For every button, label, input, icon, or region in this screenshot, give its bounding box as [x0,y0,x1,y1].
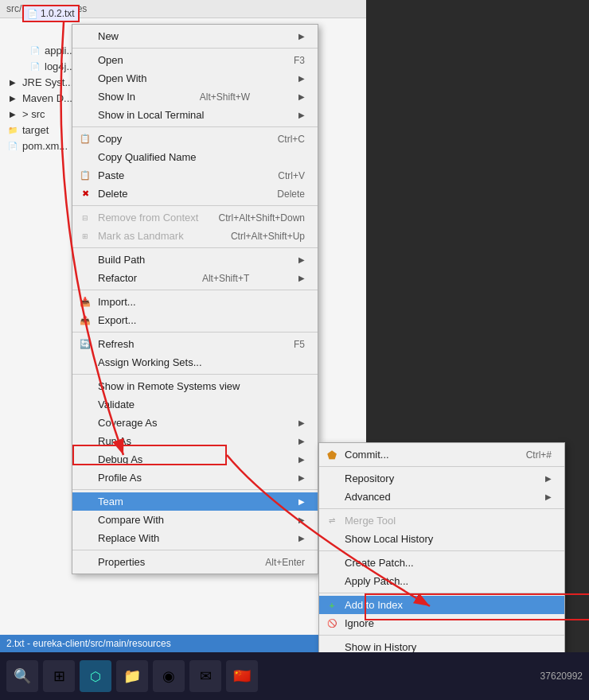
menu-item-mark-landmark: ⊞ Mark as Landmark Ctrl+Alt+Shift+Up [72,227,318,245]
team-menu-ignore[interactable]: 🚫 Ignore [319,614,564,632]
context-menu[interactable]: New ▶ Open F3 Open With ▶ Show In Alt+Sh… [72,24,318,574]
menu-item-paste[interactable]: 📋 Paste Ctrl+V [72,166,318,185]
menu-separator [72,48,318,49]
taskbar-mail-btn[interactable]: ✉ [189,660,221,692]
folder-icon: 📁 [6,123,19,136]
menu-item-show-remote[interactable]: Show in Remote Systems view [72,377,318,395]
taskbar-chrome-btn[interactable]: ◉ [153,660,185,692]
submenu-arrow: ▶ [298,74,305,83]
submenu-arrow: ▶ [298,455,305,464]
taskbar: 🔍 ⊞ ⬡ 📁 ◉ ✉ 🇨🇳 37620992 [0,652,589,700]
submenu-arrow: ▶ [545,474,552,483]
submenu-arrow: ▶ [298,92,305,101]
folder-icon: ▶ [6,91,19,104]
submenu-arrow: ▶ [298,274,305,282]
taskbar-search-btn[interactable]: 🔍 [6,660,38,692]
menu-separator [319,466,564,467]
menu-item-delete[interactable]: ✖ Delete Delete [72,185,318,203]
submenu-arrow: ▶ [298,32,305,41]
team-menu-show-local-history[interactable]: Show Local History [319,530,564,548]
menu-item-team[interactable]: Team ▶ [72,492,318,511]
menu-item-open[interactable]: Open F3 [72,51,318,69]
taskbar-explorer-btn[interactable]: 📁 [116,660,148,692]
refresh-icon: 🔄 [79,338,92,351]
menu-separator [319,635,564,636]
chrome-icon: ◉ [162,667,175,685]
menu-separator [72,489,318,490]
menu-separator [72,332,318,332]
file-icon: 📄 [29,44,41,56]
submenu-arrow: ▶ [298,534,305,542]
team-menu-merge-tool: ⇌ Merge Tool [319,511,564,530]
menu-item-open-with[interactable]: Open With ▶ [72,69,318,88]
team-menu-add-to-index[interactable]: + Add to Index [319,596,564,614]
merge-icon: ⇌ [326,515,338,527]
menu-separator [72,374,318,375]
ignore-icon: 🚫 [326,617,338,630]
menu-item-copy[interactable]: 📋 Copy Ctrl+C [72,130,318,148]
plus-icon: + [326,599,338,612]
menu-item-show-local-terminal[interactable]: Show in Local Terminal ▶ [72,106,318,124]
file-icon: 📄 [29,60,41,72]
menu-item-import[interactable]: 📥 Import... [72,293,318,311]
menu-item-refresh[interactable]: 🔄 Refresh F5 [72,335,318,353]
remove-icon: ⊟ [79,212,92,224]
delete-icon: ✖ [79,188,92,200]
menu-item-new[interactable]: New ▶ [72,27,318,45]
taskbar-windows-btn[interactable]: ⊞ [43,660,75,692]
submenu-arrow: ▶ [298,437,305,445]
taskbar-clock: 37620992 [540,671,583,682]
china-icon: 🇨🇳 [233,667,251,685]
folder-icon: ▶ [6,76,19,88]
menu-separator [72,126,318,127]
menu-item-build-path[interactable]: Build Path ▶ [72,251,318,269]
taskbar-china-btn[interactable]: 🇨🇳 [226,660,258,692]
menu-item-remove-context: ⊟ Remove from Context Ctrl+Alt+Shift+Dow… [72,208,318,227]
submenu-arrow: ▶ [298,255,305,264]
menu-item-compare-with[interactable]: Compare With ▶ [72,511,318,529]
taskbar-edge-btn[interactable]: ⬡ [80,660,111,692]
team-menu-apply-patch[interactable]: Apply Patch... [319,572,564,590]
paste-icon: 📋 [79,169,92,182]
menu-item-replace-with[interactable]: Replace With ▶ [72,529,318,547]
menu-item-export[interactable]: 📤 Export... [72,311,318,329]
highlighted-file[interactable]: 📄 1.0.2.txt [22,5,80,22]
folder-icon: ▶ [6,107,19,120]
team-menu-commit[interactable]: ⬟ Commit... Ctrl+# [319,445,564,464]
folder-icon: 📁 [123,667,141,685]
export-icon: 📤 [79,314,92,327]
status-bar: 2.txt - eureka-client/src/main/resources [0,635,366,652]
submenu-arrow: ▶ [298,473,305,482]
menu-item-coverage-as[interactable]: Coverage As ▶ [72,414,318,432]
menu-item-show-in[interactable]: Show In Alt+Shift+W ▶ [72,88,318,106]
team-menu-create-patch[interactable]: Create Patch... [319,554,564,572]
menu-item-refactor[interactable]: Refactor Alt+Shift+T ▶ [72,269,318,287]
menu-separator [72,550,318,550]
menu-item-assign-working[interactable]: Assign Working Sets... [72,353,318,371]
file-icon: 📄 [6,139,19,152]
mark-icon: ⊞ [79,230,92,243]
copy-icon: 📋 [79,133,92,146]
team-menu-repository[interactable]: Repository ▶ [319,469,564,488]
search-icon: 🔍 [14,667,31,685]
menu-item-run-as[interactable]: Run As ▶ [72,432,318,450]
menu-separator [72,290,318,290]
menu-item-profile-as[interactable]: Profile As ▶ [72,469,318,487]
menu-item-copy-qualified[interactable]: Copy Qualified Name [72,148,318,166]
menu-item-debug-as[interactable]: Debug As ▶ [72,450,318,469]
team-menu-advanced[interactable]: Advanced ▶ [319,488,564,506]
menu-separator [72,205,318,206]
submenu-arrow: ▶ [298,515,305,524]
menu-separator [319,550,564,551]
menu-separator [319,593,564,593]
windows-icon: ⊞ [53,667,65,685]
menu-separator [319,508,564,509]
submenu-arrow: ▶ [298,497,305,506]
menu-item-properties[interactable]: Properties Alt+Enter [72,553,318,571]
menu-separator [72,247,318,248]
import-icon: 📥 [79,296,92,309]
submenu-arrow: ▶ [298,111,305,119]
mail-icon: ✉ [200,667,212,685]
commit-icon: ⬟ [326,449,338,461]
menu-item-validate[interactable]: Validate [72,395,318,414]
